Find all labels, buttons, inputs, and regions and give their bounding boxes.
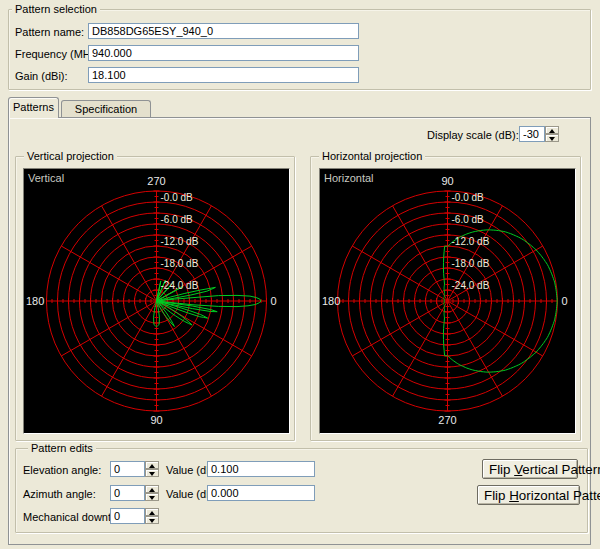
- display-scale-down-button[interactable]: [545, 134, 559, 142]
- arrow-up-icon: [549, 129, 555, 133]
- horizontal-pattern-ring-label: -6.0 dB: [452, 214, 484, 225]
- gain-label: Gain (dBi):: [15, 70, 68, 82]
- azimuth-value-input[interactable]: [207, 485, 315, 501]
- mechanical-downtilt-spinner: [110, 508, 159, 524]
- horizontal-plot-panel: Horizontal 90 180 0 270 -0.0 dB-6.0 dB-1…: [319, 168, 576, 434]
- azimuth-angle-spinner: [110, 485, 159, 501]
- display-scale-up-button[interactable]: [545, 126, 559, 134]
- azimuth-angle-up-button[interactable]: [145, 485, 159, 493]
- vertical-pattern-ring-label: -18.0 dB: [161, 258, 199, 269]
- antenna-pattern-editor-window: Pattern selection Pattern name: Frequenc…: [0, 0, 600, 549]
- horizontal-pattern-ring-label: -24.0 dB: [452, 280, 490, 291]
- azimuth-angle-input[interactable]: [110, 485, 145, 501]
- horizontal-pattern-svg: [320, 169, 575, 433]
- frequency-input[interactable]: [88, 45, 359, 61]
- horizontal-pattern-ring-label: -18.0 dB: [452, 258, 490, 269]
- vertical-plot-panel: Vertical 270 180 0 90 -0.0 dB-6.0 dB-12.…: [23, 168, 290, 434]
- vertical-pattern-ring-label: -6.0 dB: [161, 214, 193, 225]
- vertical-plot-bottom-angle-label: 90: [24, 414, 289, 426]
- arrow-down-icon: [149, 519, 155, 523]
- display-scale-input[interactable]: [519, 126, 545, 142]
- arrow-up-icon: [149, 511, 155, 515]
- vertical-projection-group: Vertical projection Vertical 270 180 0 9…: [15, 156, 295, 441]
- horizontal-plot-bottom-angle-label: 270: [320, 414, 575, 426]
- arrow-down-icon: [549, 137, 555, 141]
- mechanical-downtilt-down-button[interactable]: [145, 516, 159, 524]
- pattern-edits-group: Pattern edits Elevation angle: Value (dB…: [15, 448, 588, 533]
- horizontal-plot-top-angle-label: 90: [320, 175, 575, 187]
- vertical-pattern-ring-label: -12.0 dB: [161, 236, 199, 247]
- horizontal-pattern-ring-label: -0.0 dB: [452, 192, 484, 203]
- horizontal-pattern-ring-label: -12.0 dB: [452, 236, 490, 247]
- vertical-pattern-ring-label: -0.0 dB: [161, 192, 193, 203]
- arrow-up-icon: [149, 488, 155, 492]
- vertical-plot-left-angle-label: 180: [26, 295, 44, 307]
- pattern-name-label: Pattern name:: [15, 26, 84, 38]
- horizontal-plot-left-angle-label: 180: [322, 295, 340, 307]
- tab-patterns[interactable]: Patterns: [8, 97, 59, 118]
- pattern-edits-group-title: Pattern edits: [28, 442, 96, 454]
- flip-horizontal-pattern-button[interactable]: Flip Horizontal Pattern: [477, 485, 580, 505]
- arrow-down-icon: [149, 472, 155, 476]
- elevation-angle-input[interactable]: [110, 461, 145, 477]
- azimuth-angle-label: Azimuth angle:: [23, 488, 96, 500]
- vertical-projection-group-title: Vertical projection: [24, 150, 117, 162]
- pattern-selection-group-title: Pattern selection: [12, 3, 100, 15]
- elevation-angle-down-button[interactable]: [145, 469, 159, 477]
- vertical-pattern-svg: [24, 169, 289, 433]
- flip-vertical-pattern-button[interactable]: Flip Vertical Pattern: [482, 459, 578, 479]
- horizontal-projection-group-title: Horizontal projection: [319, 150, 425, 162]
- pattern-name-input[interactable]: [88, 23, 359, 39]
- azimuth-angle-down-button[interactable]: [145, 493, 159, 501]
- patterns-tab-page: Display scale (dB): Vertical projection …: [8, 117, 591, 545]
- mechanical-downtilt-input[interactable]: [110, 508, 145, 524]
- elevation-angle-spinner: [110, 461, 159, 477]
- elevation-angle-label: Elevation angle:: [23, 464, 101, 476]
- display-scale-label: Display scale (dB):: [427, 129, 515, 141]
- pattern-selection-group: Pattern selection Pattern name: Frequenc…: [8, 9, 591, 90]
- mechanical-downtilt-label: Mechanical downtilt:: [23, 511, 122, 523]
- arrow-up-icon: [149, 464, 155, 468]
- gain-input[interactable]: [88, 67, 359, 83]
- vertical-plot-right-angle-label: 0: [271, 295, 277, 307]
- horizontal-plot-right-angle-label: 0: [562, 295, 568, 307]
- tab-specification-sheet[interactable]: Specification Sheet: [61, 100, 151, 117]
- horizontal-projection-group: Horizontal projection Horizontal 90 180 …: [310, 156, 581, 441]
- vertical-pattern-ring-label: -24.0 dB: [161, 280, 199, 291]
- display-scale-spinner: [519, 126, 559, 142]
- mechanical-downtilt-up-button[interactable]: [145, 508, 159, 516]
- arrow-down-icon: [149, 496, 155, 500]
- elevation-value-input[interactable]: [207, 461, 315, 477]
- vertical-plot-top-angle-label: 270: [24, 175, 289, 187]
- elevation-angle-up-button[interactable]: [145, 461, 159, 469]
